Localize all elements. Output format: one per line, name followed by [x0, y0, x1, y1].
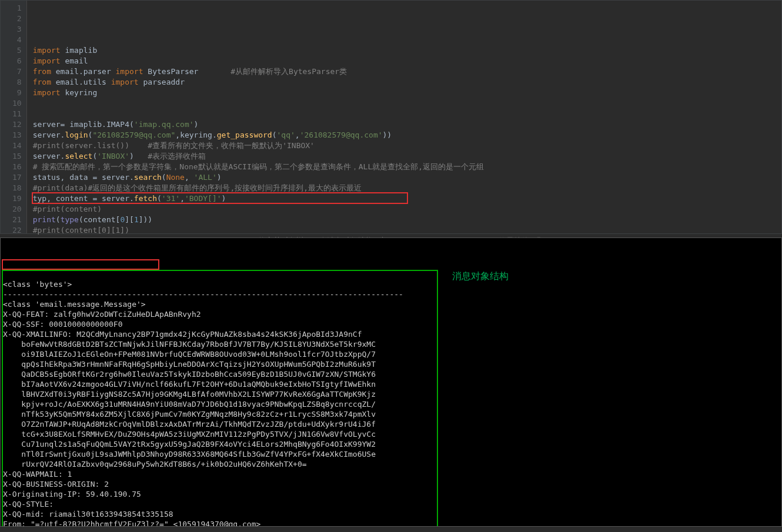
code-token: 'ALL'	[194, 173, 217, 182]
code-token: #print(server.list()) #查看所有的文件夹，收件箱一般默认为…	[33, 141, 315, 150]
code-token: (	[157, 194, 162, 203]
code-line-10[interactable]: #print(server.list()) #查看所有的文件夹，收件箱一般默认为…	[33, 140, 724, 151]
code-token: print	[33, 215, 56, 224]
line-number: 17	[12, 172, 22, 183]
output-line: X-QQ-FEAT: zalfg0hwV2oDWTciZuHeDLApABnRv…	[3, 309, 779, 319]
output-line: lBHVZXdT0i3yRBF1iygNS8Zc5A7Hjo9GKMg4LBfA…	[3, 389, 779, 399]
code-token: )	[217, 173, 222, 182]
code-token: '261082579@qq.com'	[300, 131, 383, 139]
code-editor[interactable]: 12345678910111213141516171819202122 impo…	[0, 0, 782, 234]
code-token: from	[33, 67, 51, 76]
code-token: ][	[125, 215, 134, 224]
code-line-17[interactable]: print(type(content[0][1]))	[33, 215, 724, 225]
code-token: import	[33, 46, 61, 55]
code-token: )	[222, 194, 226, 203]
code-line-15[interactable]: typ, content = server.fetch('31','BODY[]…	[33, 193, 724, 204]
line-number: 6	[12, 56, 22, 66]
code-line-1[interactable]: import imaplib	[33, 45, 724, 56]
code-token: server.	[33, 152, 65, 160]
code-token: )	[129, 152, 148, 160]
code-token: search	[134, 173, 162, 182]
code-token: (	[56, 215, 61, 224]
code-token: import	[116, 67, 143, 76]
code-line-8[interactable]: server= imaplib.IMAP4('imap.qq.com')	[33, 119, 724, 130]
code-token: None	[166, 173, 185, 182]
output-line: X-QQ-mid: riamail30t1633943854t335158	[3, 509, 779, 519]
line-number: 13	[12, 130, 22, 140]
code-area[interactable]: import imaplibimport emailfrom email.par…	[27, 1, 724, 233]
output-line: From: "=?utf-8?B?U2hhcmtfV2FuZ3lz?=" <10…	[3, 519, 779, 527]
code-token: ,	[180, 194, 185, 203]
code-line-16[interactable]: #print(content)	[33, 204, 724, 215]
output-line: nTfk53yK5Qm5MY84x6ZM5XjlC8X6jPumCv7m0KYZ…	[3, 409, 779, 419]
code-token: typ, content = server.	[33, 194, 134, 203]
output-line: X-Originating-IP: 59.40.190.75	[3, 489, 779, 499]
code-token: status, data = server.	[33, 173, 134, 182]
output-line: X-QQ-BUSINESS-ORIGIN: 2	[3, 479, 779, 489]
output-console[interactable]: 消息对象结构 <class 'bytes'>------------------…	[0, 237, 782, 527]
code-token: keyring	[61, 88, 98, 97]
code-token: email.utils	[51, 78, 111, 86]
code-line-2[interactable]: import email	[33, 56, 724, 66]
line-number: 11	[12, 109, 22, 119]
code-line-12[interactable]: # 搜索匹配的邮件，第一个参数是字符集，None默认就是ASCII编码，第二个参…	[33, 162, 724, 172]
line-number: 5	[12, 45, 22, 56]
code-line-3[interactable]: from email.parser import BytesParser #从邮…	[33, 66, 724, 77]
code-line-5[interactable]: import keyring	[33, 88, 724, 98]
output-line: O7Z2nTAWJP+RUqAd8MzkCrOqVmlDBlzxAxDATrMr…	[3, 419, 779, 429]
code-line-6[interactable]	[33, 98, 724, 109]
output-line: qpQsIhEkRpa3W3rHmnNFaFRqH6gSpHbiyLneDDOA…	[3, 359, 779, 369]
code-line-13[interactable]: status, data = server.search(None, 'ALL'…	[33, 172, 724, 183]
output-line: X-QQ-SSF: 00010000000000F0	[3, 319, 779, 329]
code-token: get_password	[217, 131, 272, 139]
line-number: 3	[12, 24, 22, 35]
code-token: 'imap.qq.com'	[134, 120, 194, 129]
code-token: import	[111, 78, 139, 86]
line-number: 19	[12, 193, 22, 204]
code-token: ,	[185, 173, 194, 182]
code-token: ,	[295, 131, 300, 139]
code-token: #print(data)#返回的是这个收件箱里所有邮件的序列号,按接收时间升序排…	[33, 183, 362, 192]
code-line-4[interactable]: from email.utils import parseaddr	[33, 77, 724, 88]
code-token: type	[61, 215, 79, 224]
line-number: 1	[12, 3, 22, 14]
code-line-18[interactable]: #print(content[0][1])	[33, 225, 724, 236]
output-line: tcG+x3U8EXoLfSRMHvEX/DuZ9OHs4pWA5z3iUgMX…	[3, 429, 779, 439]
output-line: kpjv+roJc/AoEXKX6g31uMRN4HA9nYiU08mVaD7Y…	[3, 399, 779, 409]
output-line: X-QQ-WAPMAIL: 1	[3, 469, 779, 479]
output-line: X-QQ-XMAILINFO: M2QCdMyLnancy2BP71gmdx42…	[3, 329, 779, 339]
line-number: 7	[12, 66, 22, 77]
code-token: (content[	[79, 215, 120, 224]
code-token: )	[194, 120, 199, 129]
output-line: bI7aAotVX6v24zmgoo4GLV7iVH/nclf66kufL7Ft…	[3, 379, 779, 389]
code-line-7[interactable]	[33, 109, 724, 119]
code-line-11[interactable]: server.select('INBOX') #表示选择收件箱	[33, 151, 724, 162]
code-token: (	[272, 131, 277, 139]
code-token: ))	[383, 131, 392, 139]
code-token: imaplib	[61, 46, 98, 55]
line-number: 22	[12, 225, 22, 236]
code-token: ]))	[139, 215, 152, 224]
code-token: #print(content)	[33, 205, 102, 213]
code-token: select	[65, 152, 92, 160]
code-token: parseaddr	[139, 78, 185, 86]
line-number: 21	[12, 215, 22, 225]
code-token: 'qq'	[277, 131, 295, 139]
line-number: 14	[12, 140, 22, 151]
code-token: email.parser	[51, 67, 116, 76]
line-number: 8	[12, 77, 22, 88]
output-line: <class 'email.message.Message'>	[3, 299, 779, 309]
code-token: "261082579@qq.com"	[92, 131, 175, 139]
output-line: oi9IBlAIEZoJ1cEGleOn+FPeM081NVbrfuQCEdWR…	[3, 349, 779, 359]
code-line-14[interactable]: #print(data)#返回的是这个收件箱里所有邮件的序列号,按接收时间升序排…	[33, 183, 724, 193]
output-line: X-QQ-STYLE:	[3, 499, 779, 509]
code-token: #print(content[0][1])	[33, 226, 129, 235]
code-token: import	[33, 88, 61, 97]
code-token: '31'	[162, 194, 180, 203]
line-number: 12	[12, 119, 22, 130]
code-token: email	[61, 56, 88, 65]
code-token: #从邮件解析导入BytesParser类	[230, 67, 347, 76]
code-line-9[interactable]: server.login("261082579@qq.com",keyring.…	[33, 130, 724, 140]
code-token: from	[33, 78, 51, 86]
line-number: 18	[12, 183, 22, 193]
